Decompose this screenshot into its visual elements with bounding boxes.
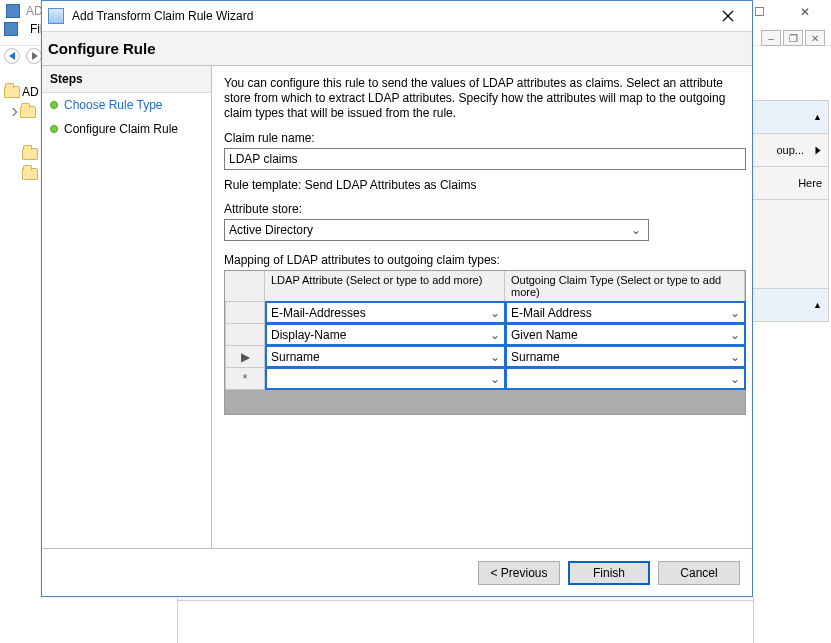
chevron-down-icon: ⌄	[730, 372, 740, 386]
ldap-attribute-cell[interactable]: Display-Name⌄	[265, 323, 506, 346]
chevron-down-icon: ⌄	[730, 328, 740, 342]
actions-header[interactable]: ▲	[751, 288, 829, 322]
splitter	[753, 597, 754, 643]
grid-new-row[interactable]: * ⌄ ⌄	[225, 368, 745, 390]
sys-close[interactable]: ✕	[782, 2, 827, 22]
mdi-restore[interactable]: ❐	[783, 30, 803, 46]
tree-caret-icon[interactable]	[8, 107, 18, 117]
mmc-doc-icon	[4, 22, 18, 36]
mapping-label: Mapping of LDAP attributes to outgoing c…	[224, 253, 740, 267]
collapse-icon: ▲	[813, 112, 822, 122]
attribute-store-label: Attribute store:	[224, 202, 740, 216]
chevron-down-icon: ⌄	[490, 350, 500, 364]
submenu-icon	[816, 146, 821, 154]
actions-header[interactable]: ▲	[751, 100, 829, 134]
cell-value: E-Mail-Addresses	[271, 306, 366, 320]
steps-sidebar: Steps Choose Rule Type Configure Claim R…	[42, 66, 212, 548]
wizard-icon	[48, 8, 64, 24]
step-bullet-icon	[50, 101, 58, 109]
rule-template-label: Rule template: Send LDAP Attributes as C…	[224, 178, 740, 192]
step-label: Choose Rule Type	[64, 98, 163, 112]
collapse-icon: ▲	[813, 300, 822, 310]
dialog-body: Steps Choose Rule Type Configure Claim R…	[42, 66, 752, 548]
grid-row-header[interactable]	[225, 324, 265, 346]
dialog-footer: < Previous Finish Cancel	[42, 548, 752, 596]
mdi-close[interactable]: ✕	[805, 30, 825, 46]
step-label: Configure Claim Rule	[64, 122, 178, 136]
splitter	[177, 597, 178, 643]
actions-item[interactable]: oup...	[751, 133, 829, 167]
actions-spacer	[751, 199, 829, 289]
claim-rule-name-label: Claim rule name:	[224, 131, 740, 145]
dialog-titlebar[interactable]: Add Transform Claim Rule Wizard	[42, 1, 752, 32]
grid-footer	[225, 390, 745, 414]
actions-item[interactable]: Here	[751, 166, 829, 200]
attribute-store-select[interactable]: Active Directory ⌄	[224, 219, 649, 241]
claim-type-cell[interactable]: ⌄	[505, 367, 746, 390]
ldap-attribute-cell[interactable]: Surname⌄	[265, 345, 506, 368]
nav-forward-icon[interactable]	[26, 48, 42, 64]
grid-header-row: LDAP Attribute (Select or type to add mo…	[225, 271, 745, 302]
cell-value: Given Name	[511, 328, 578, 342]
grid-col-ldap[interactable]: LDAP Attribute (Select or type to add mo…	[265, 271, 505, 302]
claim-type-cell[interactable]: E-Mail Address⌄	[505, 301, 746, 324]
actions-item-text: Here	[798, 177, 822, 189]
claim-rule-name-input[interactable]	[224, 148, 746, 170]
chevron-down-icon: ⌄	[490, 328, 500, 342]
dialog-title: Add Transform Claim Rule Wizard	[72, 9, 710, 23]
attribute-store-value: Active Directory	[229, 223, 313, 237]
steps-heading: Steps	[42, 66, 211, 93]
ldap-attribute-cell[interactable]: E-Mail-Addresses⌄	[265, 301, 506, 324]
folder-icon	[20, 106, 36, 118]
mmc-actions-pane: ▲ oup... Here ▲	[751, 100, 829, 321]
chevron-down-icon: ⌄	[730, 306, 740, 320]
cell-value: Display-Name	[271, 328, 346, 342]
grid-corner	[225, 271, 265, 302]
folder-icon	[22, 168, 38, 180]
dialog-page-header: Configure Rule	[42, 32, 752, 66]
mmc-tree[interactable]: AD	[4, 82, 42, 232]
grid-row-header[interactable]	[225, 302, 265, 324]
grid-col-claim[interactable]: Outgoing Claim Type (Select or type to a…	[505, 271, 745, 302]
cell-value: Surname	[511, 350, 560, 364]
grid-row[interactable]: E-Mail-Addresses⌄ E-Mail Address⌄	[225, 302, 745, 324]
mapping-grid[interactable]: LDAP Attribute (Select or type to add mo…	[224, 270, 746, 415]
actions-item-text: oup...	[776, 144, 804, 156]
tree-root-label[interactable]: AD	[22, 85, 39, 99]
wizard-content: You can configure this rule to send the …	[212, 66, 752, 548]
cell-value: E-Mail Address	[511, 306, 592, 320]
step-choose-rule-type[interactable]: Choose Rule Type	[42, 93, 211, 117]
nav-back-icon[interactable]	[4, 48, 20, 64]
chevron-down-icon: ⌄	[628, 223, 644, 237]
grid-row[interactable]: Display-Name⌄ Given Name⌄	[225, 324, 745, 346]
mdi-minimize[interactable]: –	[761, 30, 781, 46]
mdi-buttons: – ❐ ✕	[761, 30, 825, 46]
folder-icon	[22, 148, 38, 160]
page-description: You can configure this rule to send the …	[224, 76, 740, 121]
step-configure-claim-rule[interactable]: Configure Claim Rule	[42, 117, 211, 141]
mmc-icon	[6, 4, 20, 18]
grid-row-header[interactable]: ▶	[225, 346, 265, 368]
finish-button[interactable]: Finish	[568, 561, 650, 585]
folder-icon	[4, 86, 20, 98]
splitter-bar[interactable]	[177, 597, 754, 601]
dialog-close-button[interactable]	[710, 4, 746, 28]
step-bullet-icon	[50, 125, 58, 133]
close-icon	[722, 10, 734, 22]
claim-type-cell[interactable]: Given Name⌄	[505, 323, 746, 346]
grid-row-header[interactable]: *	[225, 368, 265, 390]
page-title: Configure Rule	[48, 40, 156, 57]
chevron-down-icon: ⌄	[490, 306, 500, 320]
chevron-down-icon: ⌄	[490, 372, 500, 386]
wizard-dialog: Add Transform Claim Rule Wizard Configur…	[41, 0, 753, 597]
screen: AD File — ☐ ✕ – ❐ ✕ AD ▲ oup... Here ▲	[0, 0, 831, 643]
claim-type-cell[interactable]: Surname⌄	[505, 345, 746, 368]
cell-value: Surname	[271, 350, 320, 364]
previous-button[interactable]: < Previous	[478, 561, 560, 585]
cancel-button[interactable]: Cancel	[658, 561, 740, 585]
grid-row[interactable]: ▶ Surname⌄ Surname⌄	[225, 346, 745, 368]
ldap-attribute-cell[interactable]: ⌄	[265, 367, 506, 390]
chevron-down-icon: ⌄	[730, 350, 740, 364]
